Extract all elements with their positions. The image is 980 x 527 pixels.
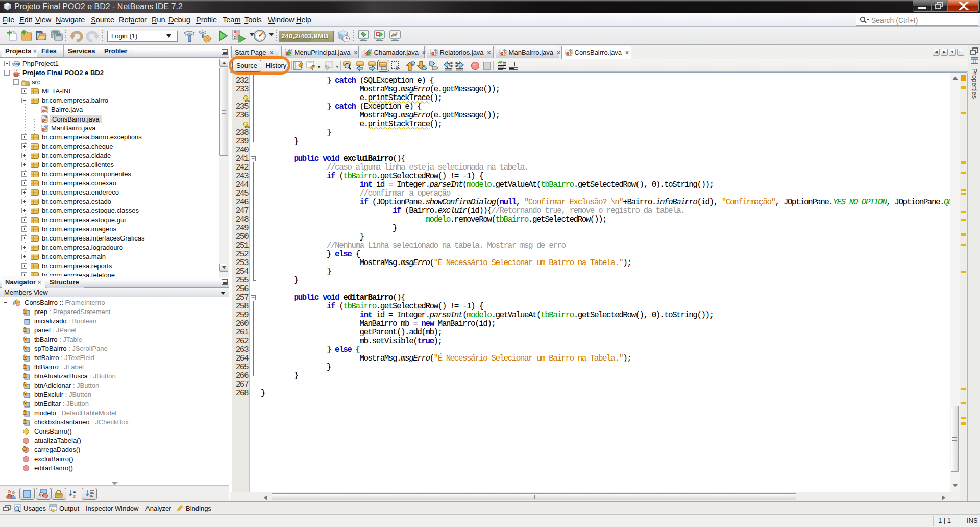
svg-text:3: 3 bbox=[234, 36, 236, 39]
svg-text:Z: Z bbox=[73, 494, 76, 498]
svg-text:A: A bbox=[247, 99, 249, 102]
svg-text:php: php bbox=[13, 62, 20, 66]
svg-text:A: A bbox=[247, 125, 249, 128]
svg-text:S: S bbox=[40, 493, 43, 497]
svg-text:A: A bbox=[73, 490, 76, 494]
